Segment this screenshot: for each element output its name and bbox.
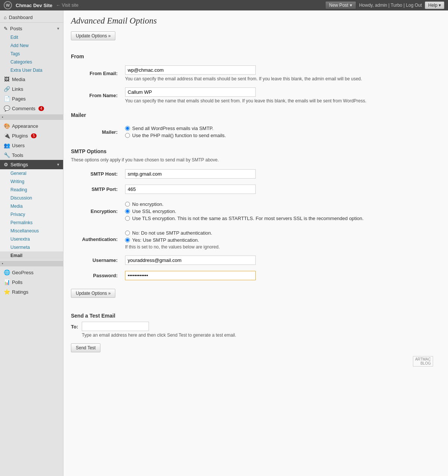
smtp-section: SMTP Options These options only apply if… [71, 148, 441, 283]
from-section: From From Email: You can specify the ema… [71, 53, 441, 106]
sidebar-item-media[interactable]: 🖼 Media [0, 74, 63, 84]
enc-ssl-label: Use SSL encryption. [132, 208, 176, 214]
page-title: Advanced Email Options [71, 16, 441, 26]
auth-row: Authentication: No: Do not use SMTP auth… [71, 226, 441, 253]
sidebar-subitem-email[interactable]: Email [0, 251, 63, 260]
sidebar-item-pages[interactable]: 📄 Pages [0, 94, 63, 103]
enc-none-option: No encryption. [125, 201, 439, 207]
from-email-desc: You can specify the email address that e… [125, 76, 368, 81]
send-test-button[interactable]: Send Test [71, 343, 100, 352]
sidebar-subitem-miscellaneous[interactable]: Miscellaneous [0, 227, 63, 235]
smtp-host-input[interactable] [125, 169, 256, 179]
tools-icon: 🔧 [4, 152, 10, 158]
auth-label: Authentication: [71, 226, 123, 253]
ratings-icon: ⭐ [4, 289, 10, 295]
smtp-host-label: SMTP Host: [71, 166, 123, 182]
test-email-desc: Type an email address here and then clic… [82, 333, 236, 338]
settings-icon: ⚙ [4, 162, 8, 167]
sidebar-subitem-usermeta[interactable]: Usermeta [0, 243, 63, 251]
from-name-label: From Name: [71, 84, 123, 106]
posts-icon: ✎ [4, 26, 8, 31]
from-section-title: From [71, 53, 441, 59]
users-icon: 👥 [4, 142, 10, 148]
comments-icon: 💬 [4, 105, 10, 111]
mailer-php-option: Use the PHP mail() function to send emai… [125, 133, 439, 138]
mailer-php-label: Use the PHP mail() function to send emai… [132, 133, 226, 138]
mailer-form-table: Mailer: Send all WordPress emails via SM… [71, 121, 441, 143]
smtp-port-input[interactable] [125, 185, 256, 194]
auth-yes-option: Yes: Use SMTP authentication. [125, 237, 439, 243]
smtp-form-table: SMTP Host: SMTP Port: Encryption: [71, 166, 441, 283]
enc-tls-label: Use TLS encryption. This is not the same… [132, 216, 364, 221]
sidebar-item-comments[interactable]: 💬 Comments 4 [0, 103, 63, 113]
auth-yes-label: Yes: Use SMTP authentication. [132, 237, 199, 243]
mailer-section-title: Mailer [71, 112, 441, 118]
sidebar-section-divider1: • [0, 114, 63, 120]
admin-bar: W Chmac Dev Site ← Visit site New Post ▾… [0, 0, 448, 10]
visit-site-link[interactable]: ← Visit site [56, 3, 78, 8]
sidebar-subitem-userextra[interactable]: Userextra [0, 235, 63, 243]
smtp-port-label: SMTP Port: [71, 182, 123, 197]
geopress-icon: 🌐 [4, 269, 10, 275]
mailer-section: Mailer Mailer: Send all WordPress emails… [71, 112, 441, 143]
from-name-input[interactable] [125, 87, 256, 97]
sidebar-subitem-add-new[interactable]: Add New [0, 41, 63, 50]
sidebar-item-plugins[interactable]: 🔌 Plugins 5 [0, 131, 63, 140]
sidebar-subitem-writing[interactable]: Writing [0, 177, 63, 186]
main-content: Advanced Email Options Update Options » … [63, 10, 448, 476]
from-email-input[interactable] [125, 65, 256, 75]
sidebar-subitem-reading[interactable]: Reading [0, 186, 63, 194]
sidebar-subitem-tags[interactable]: Tags [0, 50, 63, 58]
sidebar-item-settings[interactable]: ⚙ Settings ▾ [0, 160, 63, 169]
settings-arrow-icon: ▾ [57, 162, 59, 167]
enc-ssl-radio[interactable] [125, 209, 130, 214]
dashboard-icon: ⌂ [4, 15, 7, 20]
test-email-input[interactable] [82, 322, 149, 331]
from-email-row: From Email: You can specify the email ad… [71, 62, 441, 84]
username-row: Username: [71, 253, 441, 268]
update-options-bottom-button[interactable]: Update Options » [71, 289, 115, 298]
username-label: Username: [71, 253, 123, 268]
sidebar-item-appearance[interactable]: 🎨 Appearance [0, 121, 63, 131]
auth-yes-radio[interactable] [125, 238, 130, 242]
new-post-button[interactable]: New Post ▾ [325, 1, 356, 9]
howdy-text: Howdy, admin | Turbo | Log Out [359, 3, 422, 8]
auth-desc: If this is set to no, the values below a… [125, 244, 368, 250]
sidebar-subitem-media[interactable]: Media [0, 202, 63, 210]
update-options-top-button[interactable]: Update Options » [71, 31, 115, 40]
sidebar-item-ratings[interactable]: ⭐ Ratings [0, 287, 63, 297]
auth-no-label: No: Do not use SMTP authentication. [132, 230, 212, 236]
sidebar-item-posts[interactable]: ✎ Posts ▾ [0, 24, 63, 33]
sidebar-subitem-permalinks[interactable]: Permalinks [0, 219, 63, 227]
sidebar-subitem-general[interactable]: General [0, 169, 63, 177]
media-icon: 🖼 [4, 76, 10, 82]
plugins-icon: 🔌 [4, 133, 10, 139]
test-email-table: To: Type an email address here and then … [71, 322, 236, 338]
sidebar-item-users[interactable]: 👥 Users [0, 140, 63, 150]
help-button[interactable]: Help ▾ [425, 1, 444, 9]
from-email-label: From Email: [71, 62, 123, 84]
encryption-label: Encryption: [71, 197, 123, 226]
pages-icon: 📄 [4, 96, 10, 102]
mailer-smtp-label: Send all WordPress emails via SMTP. [132, 126, 214, 131]
auth-no-radio[interactable] [125, 231, 130, 235]
sidebar-subitem-categories[interactable]: Categories [0, 58, 63, 66]
sidebar-subitem-discussion[interactable]: Discussion [0, 194, 63, 202]
from-name-desc: You can specify the name that emails sho… [125, 98, 368, 103]
enc-tls-radio[interactable] [125, 216, 130, 221]
mailer-smtp-radio[interactable] [125, 126, 130, 131]
comments-badge: 4 [38, 106, 44, 111]
enc-none-radio[interactable] [125, 202, 130, 207]
sidebar-item-dashboard[interactable]: ⌂ Dashboard [0, 12, 63, 23]
username-input[interactable] [125, 256, 256, 265]
sidebar-subitem-edit[interactable]: Edit [0, 33, 63, 41]
password-input[interactable] [125, 271, 256, 280]
sidebar-item-tools[interactable]: 🔧 Tools [0, 150, 63, 160]
mailer-php-radio[interactable] [125, 133, 130, 138]
sidebar-item-polls[interactable]: 📊 Polls [0, 277, 63, 287]
sidebar-item-links[interactable]: 🔗 Links [0, 84, 63, 94]
sidebar-subitem-privacy[interactable]: Privacy [0, 210, 63, 219]
site-name[interactable]: Chmac Dev Site [16, 3, 52, 8]
sidebar-subitem-extra-user-data[interactable]: Extra User Data [0, 66, 63, 74]
sidebar-item-geopress[interactable]: 🌐 GeoPress [0, 268, 63, 277]
